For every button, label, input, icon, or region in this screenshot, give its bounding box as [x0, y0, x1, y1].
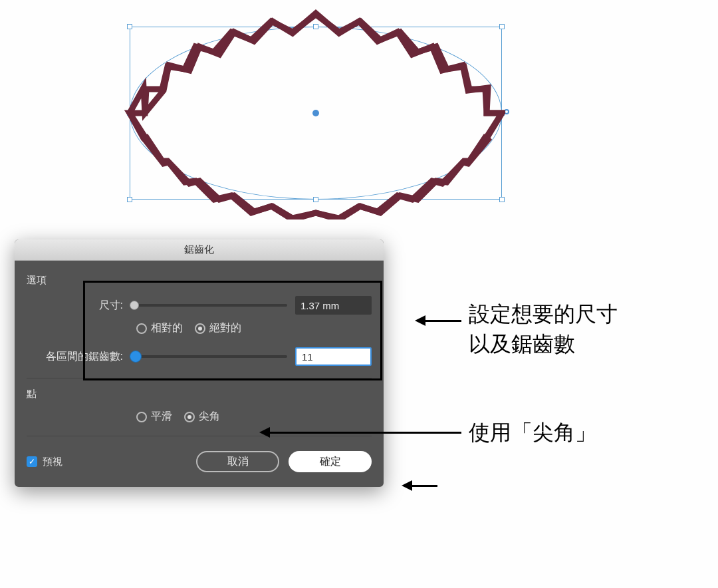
segments-value-field[interactable]: 11	[295, 347, 372, 366]
options-section-label: 選項	[27, 274, 372, 287]
segments-slider[interactable]	[130, 355, 287, 358]
size-slider-thumb[interactable]	[130, 301, 139, 310]
zigzag-dialog: 鋸齒化 選項 尺寸: 1.37 mm 相對的 絕對的 各區間的鋸齒數:	[15, 239, 384, 487]
cancel-button-label: 取消	[227, 455, 249, 469]
segments-label: 各區間的鋸齒數:	[27, 350, 130, 364]
point-mode-row: 平滑 尖角	[27, 410, 372, 424]
divider	[27, 378, 372, 378]
dialog-titlebar[interactable]: 鋸齒化	[15, 239, 384, 261]
ok-button-label: 確定	[320, 455, 341, 469]
arrow-left-icon	[415, 315, 425, 326]
segments-row: 各區間的鋸齒數: 11	[27, 347, 372, 366]
size-slider[interactable]	[130, 304, 287, 307]
smooth-radio[interactable]: 平滑	[136, 410, 172, 424]
radio-icon	[136, 412, 147, 422]
annotation-text-2: 使用「尖角」	[469, 418, 596, 448]
checkmark-icon: ✓	[27, 456, 37, 467]
relative-radio[interactable]: 相對的	[136, 321, 183, 335]
svg-marker-0	[130, 15, 502, 220]
cancel-button[interactable]: 取消	[196, 451, 279, 472]
dialog-title: 鋸齒化	[184, 243, 214, 256]
arrow-left-icon	[259, 427, 270, 438]
radio-icon	[195, 323, 205, 334]
absolute-radio[interactable]: 絕對的	[195, 321, 241, 335]
arrow-left-icon	[402, 480, 412, 491]
annotation-arrow-2	[270, 432, 461, 434]
ok-button[interactable]: 確定	[289, 451, 372, 472]
size-value-field[interactable]: 1.37 mm	[295, 296, 372, 315]
canvas-area	[120, 7, 505, 220]
preview-checkbox[interactable]: ✓ 預視	[27, 456, 187, 468]
annotation-line-1a: 設定想要的尺寸	[469, 299, 618, 329]
corner-label: 尖角	[199, 410, 220, 424]
size-row: 尺寸: 1.37 mm	[27, 296, 372, 315]
size-mode-row: 相對的 絕對的	[27, 321, 372, 335]
preview-label-text: 預視	[43, 456, 62, 468]
annotation-line-1b: 以及鋸齒數	[469, 329, 618, 359]
divider	[27, 436, 372, 436]
dialog-body: 選項 尺寸: 1.37 mm 相對的 絕對的 各區間的鋸齒數: 11	[15, 261, 384, 487]
radio-icon	[184, 412, 195, 422]
relative-label: 相對的	[151, 321, 183, 335]
radio-icon	[136, 323, 147, 334]
segments-slider-thumb[interactable]	[130, 351, 142, 363]
annotation-arrow-3	[412, 485, 437, 487]
annotation-arrow-1	[425, 320, 461, 322]
absolute-label: 絕對的	[209, 321, 241, 335]
zigzag-ellipse-path	[120, 7, 505, 220]
size-label: 尺寸:	[27, 299, 130, 313]
smooth-label: 平滑	[151, 410, 172, 424]
points-section-label: 點	[27, 388, 372, 400]
annotation-text-1: 設定想要的尺寸 以及鋸齒數	[469, 299, 618, 359]
button-row: ✓ 預視 取消 確定	[27, 451, 372, 472]
corner-radio[interactable]: 尖角	[184, 410, 220, 424]
